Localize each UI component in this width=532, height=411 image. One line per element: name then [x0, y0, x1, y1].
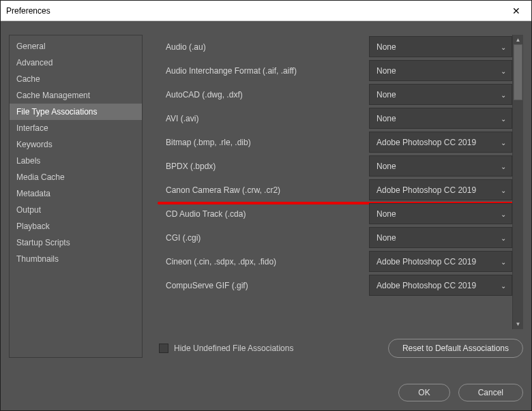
- chevron-down-icon: ⌄: [501, 186, 506, 194]
- close-icon: ✕: [512, 5, 520, 16]
- association-row: Bitmap (.bmp, .rle, .dib) Adobe Photosho…: [153, 130, 512, 154]
- sidebar-item-label: Thumbnails: [16, 254, 59, 264]
- columns: General Advanced Cache Cache Management …: [9, 35, 523, 358]
- scrollbar[interactable]: ▲ ▼: [512, 35, 523, 329]
- chevron-down-icon: ⌄: [501, 67, 506, 74]
- association-select[interactable]: None⌄: [369, 60, 512, 81]
- chevron-down-icon: ⌄: [501, 210, 506, 217]
- association-select[interactable]: None⌄: [369, 36, 512, 57]
- sidebar-item-file-type-associations[interactable]: File Type Associations: [10, 104, 142, 120]
- sidebar-item-label: Interface: [16, 123, 48, 133]
- titlebar: Preferences ✕: [1, 1, 531, 21]
- association-row: BPDX (.bpdx) None⌄: [153, 154, 512, 178]
- sidebar-item-advanced[interactable]: Advanced: [10, 55, 142, 71]
- checkbox-label: Hide Undefined File Associations: [174, 344, 293, 353]
- association-value: Adobe Photoshop CC 2019: [376, 185, 476, 195]
- sidebar-item-thumbnails[interactable]: Thumbnails: [10, 251, 142, 267]
- button-label: Cancel: [478, 388, 503, 397]
- association-value: None: [376, 114, 396, 123]
- hide-undefined-checkbox[interactable]: Hide Undefined File Associations: [159, 344, 293, 353]
- sidebar-item-label: Media Cache: [16, 172, 65, 182]
- sidebar-item-metadata[interactable]: Metadata: [10, 185, 142, 202]
- ok-button[interactable]: OK: [398, 384, 449, 401]
- association-label: Bitmap (.bmp, .rle, .dib): [162, 132, 362, 153]
- association-row: AutoCAD (.dwg, .dxf) None⌄: [153, 82, 512, 106]
- sidebar-item-label: Keywords: [16, 140, 53, 149]
- association-label: Audio (.au): [162, 37, 362, 57]
- association-select[interactable]: None⌄: [369, 84, 512, 105]
- association-label: BPDX (.bpdx): [162, 156, 362, 177]
- association-select[interactable]: None⌄: [369, 227, 512, 248]
- footer: OK Cancel: [9, 358, 523, 401]
- association-row: CD Audio Track (.cda) None⌄: [153, 202, 512, 226]
- sidebar-item-cache[interactable]: Cache: [10, 71, 142, 87]
- chevron-down-icon: ⌄: [501, 43, 506, 50]
- button-label: OK: [418, 388, 430, 397]
- association-list: Audio (.au) None⌄ Audio Interchange Form…: [153, 35, 512, 329]
- association-select[interactable]: Adobe Photoshop CC 2019⌄: [369, 275, 512, 296]
- chevron-down-icon: ⌄: [501, 234, 506, 241]
- close-button[interactable]: ✕: [501, 1, 531, 20]
- button-label: Reset to Default Associations: [402, 344, 509, 353]
- sidebar-item-label: Advanced: [16, 58, 53, 67]
- cancel-button[interactable]: Cancel: [458, 384, 523, 401]
- sidebar-item-cache-management[interactable]: Cache Management: [10, 87, 142, 104]
- association-select[interactable]: Adobe Photoshop CC 2019⌄: [369, 132, 512, 153]
- sidebar: General Advanced Cache Cache Management …: [9, 35, 143, 358]
- sidebar-item-media-cache[interactable]: Media Cache: [10, 169, 142, 185]
- association-label: AVI (.avi): [162, 108, 362, 129]
- sidebar-item-general[interactable]: General: [10, 38, 142, 55]
- association-row-highlighted: Canon Camera Raw (.crw, .cr2) Adobe Phot…: [153, 178, 512, 202]
- association-select[interactable]: None⌄: [369, 108, 512, 129]
- association-value: None: [376, 90, 396, 100]
- association-row: AVI (.avi) None⌄: [153, 106, 512, 130]
- scroll-thumb[interactable]: [514, 44, 522, 100]
- association-label: Cineon (.cin, .sdpx, .dpx, .fido): [162, 252, 362, 272]
- sidebar-item-label: Playback: [16, 222, 50, 231]
- association-row: Audio (.au) None⌄: [153, 35, 512, 59]
- sidebar-item-interface[interactable]: Interface: [10, 120, 142, 136]
- chevron-down-icon: ⌄: [501, 138, 506, 146]
- chevron-down-icon: ⌄: [501, 115, 506, 122]
- reset-defaults-button[interactable]: Reset to Default Associations: [388, 339, 523, 358]
- association-row: Cineon (.cin, .sdpx, .dpx, .fido) Adobe …: [153, 249, 512, 273]
- chevron-down-icon: ⌄: [501, 91, 506, 98]
- sidebar-item-label: General: [16, 42, 46, 51]
- scroll-up-icon[interactable]: ▲: [513, 35, 523, 45]
- association-label: AutoCAD (.dwg, .dxf): [162, 85, 362, 105]
- association-row: Audio Interchange Format (.aif, .aiff) N…: [153, 59, 512, 82]
- association-value: None: [376, 42, 396, 52]
- association-select[interactable]: Adobe Photoshop CC 2019⌄: [369, 251, 512, 272]
- association-value: Adobe Photoshop CC 2019: [376, 281, 476, 290]
- sidebar-item-label: Startup Scripts: [16, 238, 70, 247]
- sidebar-item-label: Metadata: [16, 189, 50, 198]
- main-panel: Audio (.au) None⌄ Audio Interchange Form…: [153, 35, 523, 358]
- association-value: Adobe Photoshop CC 2019: [376, 257, 476, 267]
- association-label: CGI (.cgi): [162, 228, 362, 248]
- sidebar-item-label: Labels: [16, 156, 40, 166]
- sidebar-item-startup-scripts[interactable]: Startup Scripts: [10, 234, 142, 251]
- sidebar-item-label: Output: [16, 205, 41, 215]
- sidebar-item-labels[interactable]: Labels: [10, 153, 142, 169]
- association-list-wrap: Audio (.au) None⌄ Audio Interchange Form…: [153, 35, 523, 329]
- association-value: None: [376, 162, 396, 171]
- association-label: Canon Camera Raw (.crw, .cr2): [162, 180, 362, 200]
- scroll-down-icon[interactable]: ▼: [513, 319, 523, 329]
- chevron-down-icon: ⌄: [501, 162, 506, 170]
- sidebar-item-keywords[interactable]: Keywords: [10, 136, 142, 153]
- association-select[interactable]: Adobe Photoshop CC 2019⌄: [369, 179, 512, 200]
- association-row: CGI (.cgi) None⌄: [153, 226, 512, 249]
- sidebar-item-playback[interactable]: Playback: [10, 218, 142, 234]
- association-select[interactable]: None⌄: [369, 203, 512, 224]
- association-value: None: [376, 209, 396, 219]
- association-label: Audio Interchange Format (.aif, .aiff): [162, 61, 362, 81]
- sidebar-item-output[interactable]: Output: [10, 202, 142, 218]
- association-select[interactable]: None⌄: [369, 155, 512, 177]
- sidebar-item-label: Cache: [16, 74, 40, 84]
- association-value: Adobe Photoshop CC 2019: [376, 138, 476, 147]
- window-title: Preferences: [6, 6, 50, 16]
- chevron-down-icon: ⌄: [501, 258, 506, 265]
- sidebar-item-label: File Type Associations: [16, 107, 98, 117]
- sidebar-item-label: Cache Management: [16, 91, 90, 100]
- association-row: CompuServe GIF (.gif) Adobe Photoshop CC…: [153, 273, 512, 297]
